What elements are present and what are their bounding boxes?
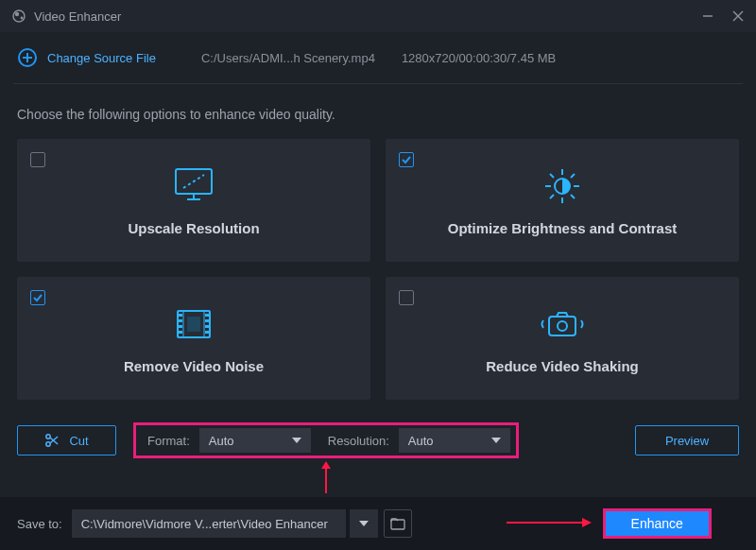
card-remove-noise[interactable]: Remove Video Noise [17, 277, 370, 400]
svg-point-35 [558, 321, 567, 331]
card-label: Remove Video Noise [124, 358, 264, 374]
brightness-icon [539, 165, 586, 207]
plus-circle-icon [17, 47, 38, 68]
cut-label: Cut [69, 434, 88, 448]
card-label: Optimize Brightness and Contrast [448, 220, 678, 236]
svg-line-21 [571, 174, 575, 178]
card-label: Upscale Resolution [128, 220, 259, 236]
monitor-icon [170, 165, 217, 207]
svg-point-0 [13, 10, 25, 22]
format-label: Format: [147, 434, 190, 448]
source-file-meta: 1280x720/00:00:30/7.45 MB [402, 51, 556, 65]
svg-marker-43 [321, 461, 331, 469]
checkbox-brightness[interactable] [399, 152, 414, 167]
svg-rect-34 [549, 317, 576, 335]
title-bar: Video Enhancer [0, 0, 756, 32]
save-to-label: Save to: [17, 517, 62, 531]
svg-line-20 [550, 195, 554, 198]
minimize-button[interactable] [701, 9, 714, 23]
svg-marker-47 [582, 518, 592, 527]
cut-button[interactable]: Cut [17, 425, 116, 455]
checkbox-noise[interactable] [30, 290, 45, 305]
enhance-label: Enhance [631, 516, 683, 531]
controls-row: Cut Format: Auto Resolution: Auto Previe… [0, 400, 756, 458]
resolution-label: Resolution: [328, 434, 389, 448]
film-icon [170, 303, 217, 345]
svg-line-19 [571, 195, 575, 198]
instruction-text: Choose the following options to enhance … [0, 84, 756, 139]
svg-rect-45 [391, 520, 404, 529]
card-reduce-shaking[interactable]: Reduce Video Shaking [386, 277, 739, 400]
change-source-button[interactable]: Change Source File [17, 47, 156, 68]
svg-rect-30 [205, 319, 209, 322]
card-brightness-contrast[interactable]: Optimize Brightness and Contrast [386, 139, 739, 262]
svg-rect-26 [179, 319, 182, 322]
save-path-value: C:\Vidmore\Vidmore V...erter\Video Enhan… [81, 517, 328, 531]
save-path-input[interactable]: C:\Vidmore\Vidmore V...erter\Video Enhan… [72, 509, 346, 538]
source-file-path: C:/Users/ADMI...h Scenery.mp4 [201, 51, 375, 65]
svg-rect-31 [205, 325, 209, 328]
svg-rect-33 [187, 317, 200, 332]
svg-rect-25 [179, 314, 182, 317]
svg-line-10 [183, 175, 204, 188]
checkbox-shaking[interactable] [399, 290, 414, 305]
format-value: Auto [209, 434, 234, 448]
svg-point-2 [21, 17, 24, 20]
caret-down-icon [359, 521, 369, 526]
scissors-icon [44, 433, 60, 448]
app-logo-icon [11, 9, 26, 24]
bottom-bar: Save to: C:\Vidmore\Vidmore V...erter\Vi… [0, 497, 756, 550]
caret-down-icon [491, 438, 501, 443]
svg-rect-27 [179, 325, 182, 328]
svg-line-39 [50, 437, 58, 443]
enhance-button[interactable]: Enhance [603, 508, 712, 539]
window-title: Video Enhancer [34, 9, 701, 24]
card-upscale-resolution[interactable]: Upscale Resolution [17, 139, 370, 262]
svg-line-18 [550, 174, 554, 178]
save-path-dropdown[interactable] [350, 509, 378, 538]
camera-shake-icon [536, 303, 589, 345]
svg-rect-28 [179, 331, 182, 334]
change-source-label: Change Source File [47, 51, 156, 65]
preview-button[interactable]: Preview [635, 425, 739, 455]
format-select[interactable]: Auto [199, 428, 311, 453]
annotation-arrow-right [507, 515, 592, 533]
resolution-select[interactable]: Auto [399, 428, 510, 453]
svg-line-38 [50, 438, 58, 444]
close-button[interactable] [731, 9, 745, 23]
preview-label: Preview [665, 434, 709, 448]
svg-marker-40 [292, 438, 301, 443]
annotation-arrow-up [0, 461, 756, 493]
open-folder-button[interactable] [384, 509, 412, 538]
svg-marker-44 [359, 521, 369, 526]
caret-down-icon [292, 438, 301, 443]
toolbar: Change Source File C:/Users/ADMI...h Sce… [0, 32, 756, 83]
svg-marker-41 [491, 438, 501, 443]
card-label: Reduce Video Shaking [486, 358, 638, 374]
resolution-value: Auto [408, 434, 434, 448]
folder-icon [390, 517, 405, 530]
svg-point-1 [15, 12, 19, 16]
svg-rect-29 [205, 314, 209, 317]
svg-rect-32 [205, 331, 209, 334]
checkbox-upscale[interactable] [30, 152, 45, 167]
format-resolution-highlight: Format: Auto Resolution: Auto [133, 422, 519, 458]
options-grid: Upscale Resolution Optimize Brightness a… [0, 139, 756, 400]
